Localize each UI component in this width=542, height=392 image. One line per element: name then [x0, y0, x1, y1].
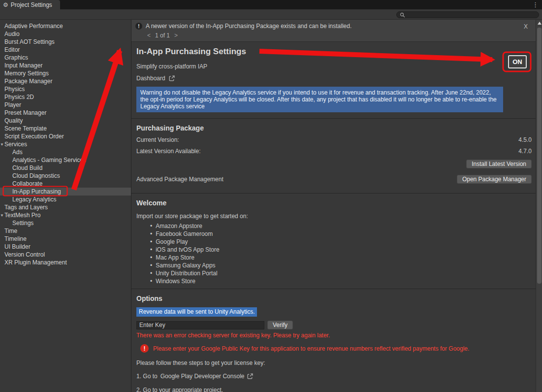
- license-steps-intro: Please follow these steps to get your li…: [136, 359, 532, 366]
- section-divider: [131, 118, 536, 119]
- sidebar-item[interactable]: UI Builder: [0, 243, 131, 251]
- welcome-intro: Import our store package to get started …: [136, 213, 532, 220]
- scrollbar-thumb[interactable]: [537, 28, 542, 284]
- verify-button[interactable]: Verify: [267, 321, 293, 329]
- tab-project-settings[interactable]: ⚙ Project Settings: [0, 0, 60, 9]
- sidebar-item[interactable]: Legacy Analytics: [0, 196, 131, 203]
- welcome-heading: Welcome: [136, 199, 532, 207]
- store-name: iOS and tvOS App Store: [156, 246, 219, 253]
- sidebar-item-label: Physics 2D: [4, 94, 34, 100]
- sidebar-item-label: UI Builder: [4, 243, 31, 250]
- search-input[interactable]: [407, 12, 536, 18]
- sidebar-item[interactable]: Settings: [0, 219, 131, 227]
- iap-on-toggle[interactable]: ON: [508, 55, 527, 68]
- sidebar-item-label: TextMesh Pro: [4, 212, 40, 219]
- sidebar-item-label: Physics: [4, 86, 25, 93]
- sidebar-item[interactable]: Physics: [0, 85, 131, 93]
- sidebar-item[interactable]: Version Control: [0, 251, 131, 259]
- sidebar-item[interactable]: Adaptive Performance: [0, 22, 131, 30]
- google-play-console-link[interactable]: Google Play Developer Console: [160, 373, 245, 380]
- sidebar-item[interactable]: Burst AOT Settings: [0, 38, 131, 46]
- sidebar-item[interactable]: Cloud Build: [0, 164, 131, 172]
- bullet-icon: [150, 238, 152, 245]
- section-divider: [131, 289, 536, 289]
- sidebar-item[interactable]: Cloud Diagnostics: [0, 172, 131, 180]
- sidebar-item[interactable]: Scene Template: [0, 125, 131, 132]
- sidebar-item[interactable]: Physics 2D: [0, 93, 131, 101]
- info-icon: !: [135, 23, 142, 30]
- store-list-item: iOS and tvOS App Store: [136, 246, 532, 254]
- sidebar-item[interactable]: Collaborate: [0, 180, 131, 188]
- sidebar-item[interactable]: Ads: [0, 148, 131, 156]
- window-titlebar: ⚙ Project Settings ⋮: [0, 0, 542, 9]
- current-version-label: Current Version:: [136, 136, 179, 143]
- foldout-icon[interactable]: [0, 213, 4, 218]
- sidebar-item-label: Preset Manager: [4, 109, 46, 116]
- sidebar-item-label: Script Execution Order: [4, 133, 64, 140]
- kebab-menu-icon[interactable]: ⋮: [532, 1, 539, 8]
- advanced-package-management-label: Advanced Package Management: [136, 176, 223, 183]
- package-update-notification: ! A newer version of the In-App Purchasi…: [131, 20, 536, 42]
- sidebar-item[interactable]: Editor: [0, 46, 131, 54]
- gear-icon: ⚙: [3, 1, 8, 8]
- sidebar-item-label: Services: [4, 141, 27, 148]
- sidebar-item[interactable]: Player: [0, 101, 131, 109]
- options-heading: Options: [136, 294, 532, 302]
- step-1-prefix: 1. Go to: [136, 373, 158, 380]
- prev-page-arrow[interactable]: <: [147, 32, 151, 39]
- sidebar-item-label: Legacy Analytics: [12, 196, 56, 203]
- store-list-item: Windows Store: [136, 277, 532, 285]
- sidebar-item-label: Editor: [4, 46, 20, 53]
- sidebar-item[interactable]: Graphics: [0, 54, 131, 62]
- pagination-label: 1 of 1: [155, 32, 170, 39]
- google-public-key-input[interactable]: [136, 321, 264, 329]
- sidebar-item-label: Burst AOT Settings: [4, 38, 55, 45]
- sidebar-item[interactable]: Memory Settings: [0, 69, 131, 77]
- store-list-item: Samsung Galaxy Apps: [136, 261, 532, 269]
- sidebar-item-label: Settings: [12, 220, 33, 227]
- sidebar-item[interactable]: Services: [0, 140, 131, 148]
- notification-message: A newer version of the In-App Purchasing…: [146, 23, 351, 30]
- search-field[interactable]: [396, 11, 539, 18]
- sidebar-item[interactable]: Timeline: [0, 235, 131, 243]
- store-name: Samsung Galaxy Apps: [156, 262, 215, 269]
- sidebar-item[interactable]: Analytics - Gaming Services: [0, 156, 131, 164]
- sidebar-item[interactable]: Quality: [0, 117, 131, 125]
- sidebar-item[interactable]: Tags and Layers: [0, 203, 131, 211]
- sidebar-item[interactable]: Script Execution Order: [0, 132, 131, 140]
- google-key-error-text: Please enter your Google Public Key for …: [153, 345, 469, 352]
- sidebar-item[interactable]: TextMesh Pro: [0, 211, 131, 219]
- sidebar-item[interactable]: Preset Manager: [0, 109, 131, 117]
- sidebar-item[interactable]: Audio: [0, 30, 131, 38]
- bullet-icon: [150, 270, 152, 277]
- store-list-item: Google Play: [136, 238, 532, 246]
- sidebar-item-label: Audio: [4, 31, 20, 37]
- install-latest-version-button[interactable]: Install Latest Version: [466, 160, 532, 168]
- open-package-manager-button[interactable]: Open Package Manager: [457, 175, 532, 184]
- dashboard-link[interactable]: Dashboard: [136, 75, 532, 82]
- step-1: 1. Go to Google Play Developer Console: [136, 373, 532, 380]
- vertical-scrollbar[interactable]: [536, 20, 542, 392]
- sidebar-item[interactable]: Package Manager: [0, 77, 131, 85]
- bullet-icon: [150, 230, 152, 237]
- iap-settings-content: In-App Purchasing Settings Simplify cros…: [131, 47, 536, 392]
- foldout-icon[interactable]: [0, 142, 4, 147]
- sidebar-item[interactable]: XR Plugin Management: [0, 259, 131, 266]
- close-icon[interactable]: X: [524, 23, 528, 30]
- sidebar-item-label: Cloud Diagnostics: [12, 172, 60, 179]
- sidebar-item[interactable]: In-App Purchasing: [0, 188, 131, 196]
- next-page-arrow[interactable]: >: [174, 32, 178, 39]
- bullet-icon: [150, 278, 152, 285]
- store-name: Windows Store: [156, 278, 195, 285]
- store-list: Amazon Appstore Facebook Gameroom Google…: [136, 222, 532, 285]
- sidebar-item-label: Scene Template: [4, 125, 47, 132]
- store-name: Google Play: [156, 238, 188, 245]
- sidebar-item[interactable]: Time: [0, 227, 131, 235]
- step-2: 2. Go to your appropriate project.: [136, 387, 532, 392]
- sidebar-item-label: Collaborate: [12, 180, 42, 187]
- scroll-up-arrow-icon[interactable]: [538, 22, 542, 25]
- sidebar-item-label: Memory Settings: [4, 70, 49, 77]
- sidebar-item-label: Adaptive Performance: [4, 23, 63, 30]
- sidebar-item[interactable]: Input Manager: [0, 62, 131, 69]
- settings-toolbar: [0, 9, 542, 20]
